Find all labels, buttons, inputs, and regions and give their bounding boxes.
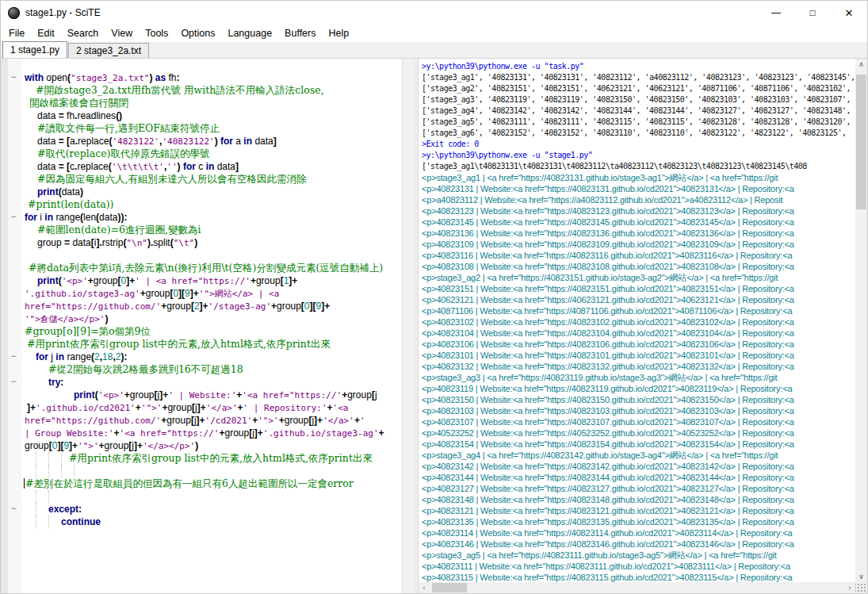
scroll-down-icon[interactable]: ∨ bbox=[855, 571, 867, 582]
code-line: #從2開始每次跳2格最多跳到16不可超過18 bbox=[1, 363, 402, 376]
indent-guide bbox=[36, 515, 36, 528]
code-line: −try: bbox=[1, 376, 402, 389]
output-line: <p>40823131 | Website:<a href="https://4… bbox=[419, 183, 855, 194]
output-line: <p>40823106 | Website:<a href="https://4… bbox=[419, 339, 855, 350]
editor-vertical-scrollbar[interactable] bbox=[402, 59, 414, 593]
code-line: print('<p>'+group[0]+' | <a href="https:… bbox=[1, 274, 402, 287]
horizontal-scroll-thumb[interactable] bbox=[432, 583, 467, 592]
fold-marker-icon[interactable]: − bbox=[10, 504, 17, 514]
window-controls: — □ ✕ bbox=[758, 1, 867, 25]
tab-bar: 1 stage1.py2 stage3_2a.txt bbox=[1, 42, 867, 59]
output-line: <p>40823104 | Website:<a href="https://4… bbox=[419, 328, 855, 339]
menu-language[interactable]: Language bbox=[221, 26, 278, 40]
minimize-button[interactable]: — bbox=[758, 1, 794, 25]
vertical-scroll-thumb[interactable] bbox=[856, 75, 866, 209]
code-line: group = data[i].rstrip("\n").split("\t") bbox=[1, 236, 402, 249]
output-line: <p>40823135 | Website:<a href="https://4… bbox=[419, 516, 855, 527]
title-bar: stage1.py - SciTE — □ ✕ bbox=[1, 1, 867, 25]
output-line: <p>40823136 | Website:<a href="https://4… bbox=[419, 228, 855, 239]
code-line: data = fh.readlines() bbox=[1, 109, 402, 122]
code-line: −except: bbox=[1, 503, 402, 515]
menu-edit[interactable]: Edit bbox=[31, 26, 61, 40]
output-line: <p>stage3_ag2 | <a href="https://4082315… bbox=[419, 272, 855, 283]
output-line: <p>40823107 | Website:<a href="https://4… bbox=[419, 416, 855, 427]
tab-2[interactable]: 2 stage3_2a.txt bbox=[68, 43, 149, 58]
menu-tools[interactable]: Tools bbox=[139, 26, 174, 40]
code-line: #用print依序索引group list中的元素,放入html格式,依序pri… bbox=[1, 338, 402, 351]
code-line: '">倉儲</a></p>') bbox=[1, 312, 402, 325]
output-line: <p>40823154 | Website:<a href="https://4… bbox=[419, 439, 855, 450]
code-line: '.github.io/stage3-ag'+group[0][9]+'">網站… bbox=[1, 287, 402, 300]
fold-marker-icon[interactable]: − bbox=[10, 377, 17, 387]
indent-guide bbox=[48, 465, 49, 477]
code-line: #範圍len(date)=6進行迴圈,變數為i bbox=[1, 224, 402, 236]
code-line: −for i in range(len(data)): bbox=[1, 211, 402, 224]
menu-search[interactable]: Search bbox=[61, 26, 105, 40]
output-line: <p>40823101 | Website:<a href="https://4… bbox=[419, 350, 855, 361]
output-line: <p>40623121 | Website:<a href="https://4… bbox=[419, 294, 855, 305]
output-line: ['stage3_ag1', '40823131', '40823131', '… bbox=[419, 72, 855, 83]
indent-guide bbox=[48, 490, 49, 503]
output-line: <p>40823102 | Website:<a href="https://4… bbox=[419, 316, 855, 328]
close-button[interactable]: ✕ bbox=[831, 1, 867, 25]
output-horizontal-scrollbar[interactable]: ‹ › bbox=[419, 582, 855, 593]
code-line bbox=[1, 465, 402, 477]
code-line: print('<p>'+group[j]+' | Website:'+'<a h… bbox=[1, 389, 402, 401]
output-line: <p>stage3_ag5 | <a href="https://4082311… bbox=[419, 550, 855, 561]
indent-guide bbox=[36, 490, 36, 503]
output-line: ['stage3_ag1\t40823131\t40823131\t408231… bbox=[419, 161, 855, 172]
scroll-right-icon[interactable]: › bbox=[844, 582, 855, 593]
fold-marker-icon[interactable]: − bbox=[10, 212, 17, 222]
output-line: <p>40823123 | Website:<a href="https://4… bbox=[419, 205, 855, 217]
output-line: <p>stage3_ag3 | <a href="https://4082311… bbox=[419, 372, 855, 383]
output-line: ['stage3_ag4', '40823142', '40823142', '… bbox=[419, 105, 855, 117]
code-line: #取代(replace)取代掉原先錯誤的學號 bbox=[1, 148, 402, 160]
output-line: <p>40523252 | Website:<a href="https://4… bbox=[419, 427, 855, 439]
code-line: #將data列表中第i項,去除元素\n(換行)利用\t(空格)分割變成元素(逗號… bbox=[1, 262, 402, 274]
output-line: <p>40823148 | Website:<a href="https://4… bbox=[419, 494, 855, 505]
output-vertical-scrollbar[interactable]: ∧ ∨ bbox=[855, 59, 867, 593]
output-line: >Exit code: 0 bbox=[419, 139, 855, 150]
scite-window: { "window": { "title": "stage1.py - SciT… bbox=[0, 0, 868, 594]
scroll-up-icon[interactable]: ∧ bbox=[855, 59, 867, 70]
code-line: continue bbox=[1, 515, 402, 528]
code-line: data = [c.replace('\t\t\t\t','') for c i… bbox=[1, 160, 402, 173]
code-line bbox=[1, 249, 402, 262]
output-line: <p>40823108 | Website:<a href="https://4… bbox=[419, 261, 855, 272]
code-line: #print(len(data)) bbox=[1, 198, 402, 211]
output-line: <p>40823150 | Website:<a href="https://4… bbox=[419, 394, 855, 405]
output-line: >y:\python39\pythonw.exe -u "task.py" bbox=[419, 61, 855, 72]
code-line: −for j in range(2,18,2): bbox=[1, 351, 402, 363]
code-line: #差別在於這行是取組員的但因為有一組只有6人超出範圍所以一定會error bbox=[1, 477, 402, 490]
code-line: #group[o][9]=第o個第9位 bbox=[1, 325, 402, 338]
main-area: −with open("stage3_2a.txt") as fh:#開啟sta… bbox=[1, 59, 867, 593]
output-pane[interactable]: >y:\python39\pythonw.exe -u "task.py"['s… bbox=[419, 59, 855, 593]
code-line: #用print依序索引group list中的元素,放入html格式,依序pri… bbox=[1, 452, 402, 465]
menu-buffers[interactable]: Buffers bbox=[278, 26, 322, 40]
menu-file[interactable]: File bbox=[2, 26, 31, 40]
maximize-button[interactable]: □ bbox=[794, 1, 831, 25]
tab-1[interactable]: 1 stage1.py bbox=[2, 41, 67, 58]
resize-grip[interactable] bbox=[855, 582, 867, 593]
code-editor-pane[interactable]: −with open("stage3_2a.txt") as fh:#開啟sta… bbox=[1, 59, 402, 593]
fold-marker-icon[interactable]: − bbox=[10, 351, 17, 362]
output-line: <p>40823115 | Website:<a href="https://4… bbox=[419, 572, 855, 582]
output-lines: >y:\python39\pythonw.exe -u "task.py"['s… bbox=[419, 59, 855, 582]
code-line: group[0][9]+'">'+group[j]+'</a></p>') bbox=[1, 439, 402, 452]
menu-bar: FileEditSearchViewToolsOptionsLanguageBu… bbox=[1, 25, 867, 42]
output-line: <p>stage3_ag4 | <a href="https://4082314… bbox=[419, 450, 855, 461]
output-line: <p>40823151 | Website:<a href="https://4… bbox=[419, 283, 855, 294]
output-line: <p>40823144 | Website:<a href="https://4… bbox=[419, 472, 855, 483]
fold-marker-icon[interactable]: − bbox=[10, 72, 17, 82]
output-line: <p>40823145 | Website:<a href="https://4… bbox=[419, 217, 855, 228]
code-line: 開啟檔案後會自行關閉 bbox=[1, 97, 402, 109]
menu-options[interactable]: Options bbox=[174, 26, 221, 40]
output-line: <p>40823109 | Website:<a href="https://4… bbox=[419, 239, 855, 250]
scroll-left-icon[interactable]: ‹ bbox=[419, 582, 430, 593]
output-line: <p>40823132 | Website:<a href="https://4… bbox=[419, 361, 855, 372]
menu-help[interactable]: Help bbox=[322, 26, 355, 40]
indent-guide bbox=[61, 452, 62, 465]
code-line: data = [a.replace('4823122','40823122') … bbox=[1, 135, 402, 148]
menu-view[interactable]: View bbox=[105, 26, 139, 40]
output-line: ['stage3_ag5', '40823111', '40823111', '… bbox=[419, 117, 855, 128]
